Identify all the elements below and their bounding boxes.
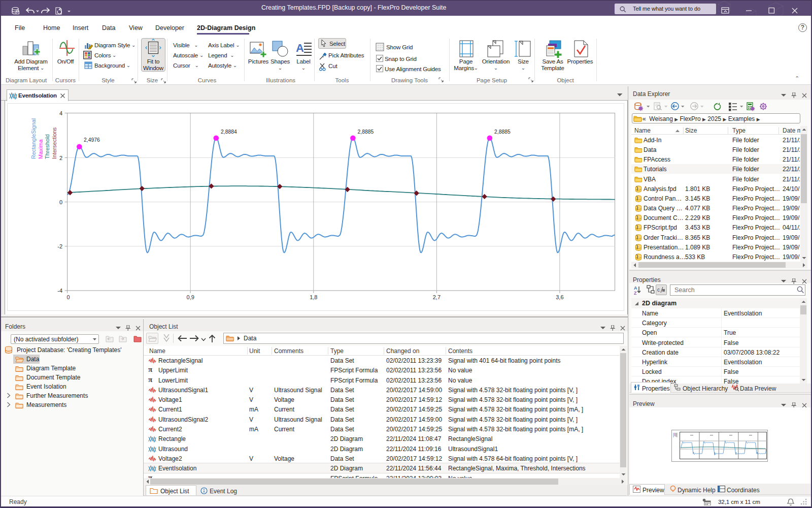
svg-text:-4: -4 xyxy=(57,288,62,294)
svg-text:-2: -2 xyxy=(57,243,62,249)
svg-text:0: 0 xyxy=(67,294,70,300)
svg-text:0,9: 0,9 xyxy=(187,294,194,300)
svg-text:A: A xyxy=(296,42,304,54)
svg-text:Intersections: Intersections xyxy=(51,127,57,159)
svg-text:0: 0 xyxy=(59,199,62,205)
svg-text:Threshold: Threshold xyxy=(44,134,50,159)
svg-text:4: 4 xyxy=(59,110,62,116)
svg-text:2: 2 xyxy=(59,155,62,161)
svg-text:Maxima: Maxima xyxy=(38,139,44,159)
svg-text:2,7: 2,7 xyxy=(433,294,441,300)
svg-text:2,8884: 2,8884 xyxy=(221,129,237,135)
svg-text:RectangleSignal: RectangleSignal xyxy=(30,118,37,159)
svg-text:3,6: 3,6 xyxy=(556,294,563,300)
svg-text:Z: Z xyxy=(634,291,637,296)
svg-text:A: A xyxy=(634,285,637,291)
svg-text:1,8: 1,8 xyxy=(310,294,317,300)
svg-text:c: c xyxy=(657,287,660,293)
svg-text:2,4976: 2,4976 xyxy=(84,137,100,143)
svg-text:2,8885: 2,8885 xyxy=(358,129,374,135)
svg-text:2,8885: 2,8885 xyxy=(494,129,511,135)
